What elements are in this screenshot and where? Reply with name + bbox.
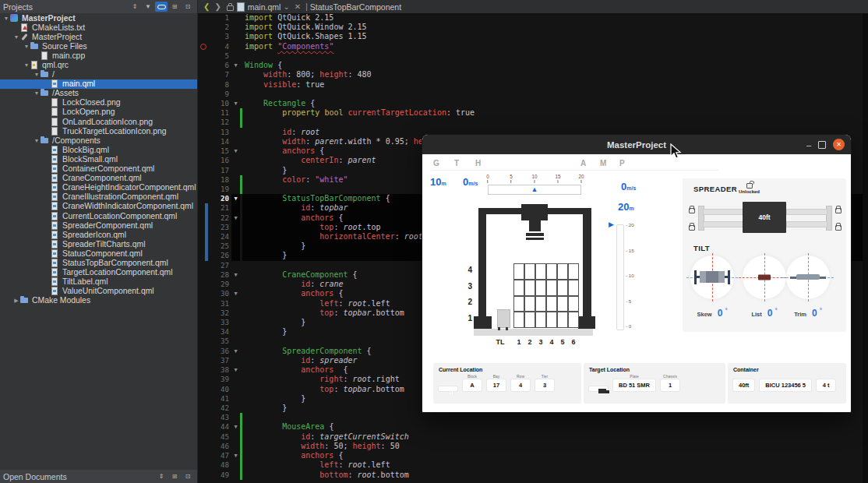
maximize-pane-icon[interactable]: ⊡ [182, 471, 194, 481]
tree-item-spreadercomponent-qml[interactable]: SpreaderComponent.qml [0, 220, 197, 230]
maximize-button[interactable] [818, 141, 826, 149]
breakpoint-gutter[interactable] [198, 318, 208, 327]
breakpoint-gutter[interactable] [198, 432, 208, 442]
breakpoint-gutter[interactable] [198, 471, 208, 480]
code-line-46[interactable]: 46 width: 50; height: 50 [198, 442, 868, 451]
code-text[interactable]: width: 800; height: 480 [242, 70, 868, 79]
breakpoint-gutter[interactable] [198, 128, 208, 137]
code-text[interactable]: import QtQuick.Window 2.15 [242, 23, 868, 32]
code-text[interactable]: Rectangle { [242, 99, 868, 108]
code-line-7[interactable]: 7 width: 800; height: 480 [198, 70, 868, 79]
mode-letter-p[interactable]: P [619, 159, 625, 167]
breakpoint-gutter[interactable] [198, 356, 208, 365]
code-line-6[interactable]: 6▼Window { [198, 61, 868, 70]
expand-arrow-icon[interactable]: ▼ [23, 44, 30, 49]
code-line-44[interactable]: 44▼ MouseArea { [198, 422, 868, 432]
tree-item-lockclosed-png[interactable]: LockClosed.png [0, 98, 197, 108]
tree-item-craneillustrationcomponent-qml[interactable]: CraneIllustrationComponent.qml [0, 192, 197, 202]
fold-marker-icon[interactable]: ▼ [231, 99, 240, 108]
breakpoint-gutter[interactable] [198, 394, 208, 404]
breakpoint-gutter[interactable] [198, 327, 208, 337]
code-line-43[interactable]: 43 [198, 413, 868, 422]
fold-marker-icon[interactable]: ▼ [231, 365, 240, 375]
breakpoint-gutter[interactable] [198, 70, 208, 79]
tree-item-containercomponent-qml[interactable]: ContainerComponent.qml [0, 164, 197, 174]
tree-item-source-files[interactable]: ▼Source Files [0, 41, 197, 51]
code-text[interactable]: bottom: root.bottom [242, 471, 868, 480]
breakpoint-gutter[interactable] [198, 194, 208, 203]
code-line-49[interactable]: 49 bottom: root.bottom [198, 471, 868, 480]
tree-item-cranewidthindicatorcomponent-qml[interactable]: CraneWidthIndicatorComponent.qml [0, 202, 197, 211]
tree-item-spreadertiltcharts-qml[interactable]: SpreaderTiltCharts.qml [0, 239, 197, 249]
breakpoint-gutter[interactable] [198, 232, 208, 242]
code-text[interactable]: anchors { [242, 451, 868, 460]
breakpoint-gutter[interactable] [198, 375, 208, 384]
fold-marker-icon[interactable]: ▼ [231, 422, 240, 432]
code-line-4[interactable]: 4import "Components" [198, 42, 868, 51]
code-text[interactable]: left: root.left [242, 460, 868, 470]
code-line-10[interactable]: 10▼ Rectangle { [198, 99, 868, 108]
breakpoint-gutter[interactable] [198, 299, 208, 308]
expand-arrow-icon[interactable]: ▼ [12, 34, 20, 40]
breakpoint-gutter[interactable] [198, 156, 208, 165]
split-add-icon[interactable]: ⊞ [168, 2, 181, 12]
code-line-12[interactable]: 12 [198, 118, 868, 127]
breakpoint-gutter[interactable] [198, 146, 208, 156]
tree-item-qml-qrc[interactable]: ▼qml.qrc [0, 60, 197, 69]
breakpoint-gutter[interactable] [198, 347, 208, 356]
mode-letter-m[interactable]: M [600, 159, 606, 167]
code-text[interactable]: import "Components" [242, 42, 868, 51]
code-line-3[interactable]: 3import QtQuick.Shapes 1.15 [198, 32, 868, 41]
breakpoint-gutter[interactable] [198, 61, 208, 70]
code-text[interactable]: width: 50; height: 50 [242, 442, 868, 451]
tree-item-tiltlabel-qml[interactable]: TiltLabel.qml [0, 277, 197, 287]
tree-item--assets[interactable]: ▼/Assets [0, 89, 197, 98]
code-line-11[interactable]: 11 property bool currentTargetLocation: … [198, 108, 868, 118]
code-text[interactable] [242, 413, 868, 422]
sort-icon[interactable]: ⇕ [155, 471, 168, 481]
breakpoint-gutter[interactable] [198, 90, 208, 99]
breakpoint-gutter[interactable] [198, 213, 208, 223]
tree-item-statustopbarcomponent-qml[interactable]: StatusTopBarComponent.qml [0, 258, 197, 267]
expand-arrow-icon[interactable]: ▼ [33, 72, 41, 77]
breakpoint-gutter[interactable] [198, 80, 208, 90]
breakpoint-gutter[interactable] [198, 251, 208, 260]
tree-item-statuscomponent-qml[interactable]: StatusComponent.qml [0, 249, 197, 258]
expand-arrow-icon[interactable]: ▶ [12, 298, 20, 304]
mode-letter-t[interactable]: T [454, 159, 459, 167]
open-file-name[interactable]: main.qml [248, 2, 281, 12]
tree-item-main-qml[interactable]: main.qml [0, 79, 197, 89]
tree-item-main-cpp[interactable]: main.cpp [0, 51, 197, 60]
sync-with-editor-icon[interactable] [155, 2, 168, 12]
code-text[interactable]: import QtQuick.Shapes 1.15 [242, 32, 868, 41]
breakpoint-gutter[interactable] [198, 413, 208, 422]
code-text[interactable]: property bool currentTargetLocation: tru… [242, 108, 868, 118]
maximize-pane-icon[interactable]: ⊡ [182, 2, 194, 12]
code-line-48[interactable]: 48 left: root.left [198, 460, 868, 470]
tree-item-blockbig-qml[interactable]: BlockBig.qml [0, 145, 197, 154]
tree-item-currentlocationcomponent-qml[interactable]: CurrentLocationComponent.qml [0, 211, 197, 220]
breakpoint-gutter[interactable] [198, 118, 208, 127]
fold-marker-icon[interactable]: ▼ [231, 61, 240, 70]
breakpoint-gutter[interactable] [198, 404, 208, 413]
mode-letter-a[interactable]: A [580, 159, 586, 167]
tree-item-craneheightindicatorcomponent-qml[interactable]: CraneHeightIndicatorComponent.qml [0, 183, 197, 192]
breakpoint-gutter[interactable] [198, 308, 208, 318]
tree-item--[interactable]: ▼/ [0, 70, 197, 79]
breakpoint-gutter[interactable] [198, 223, 208, 232]
breakpoint-gutter[interactable] [198, 42, 208, 51]
editor-scrollbar[interactable] [863, 13, 868, 483]
fold-marker-icon[interactable]: ▼ [231, 194, 240, 203]
expand-arrow-icon[interactable]: ▼ [33, 138, 41, 143]
breakpoint-gutter[interactable] [198, 280, 208, 289]
code-line-8[interactable]: 8 visible: true [198, 80, 868, 90]
breakpoint-gutter[interactable] [198, 337, 208, 346]
symbol-breadcrumb[interactable]: StatusTopBarComponent [310, 2, 401, 12]
expand-arrow-icon[interactable]: ▼ [23, 62, 30, 68]
breakpoint-gutter[interactable] [198, 137, 208, 146]
breakpoint-gutter[interactable] [198, 51, 208, 61]
breakpoint-gutter[interactable] [198, 242, 208, 251]
filter-icon[interactable]: ▼ [142, 2, 154, 12]
code-text[interactable]: import QtQuick 2.15 [242, 13, 868, 23]
breakpoint-gutter[interactable] [198, 451, 208, 460]
